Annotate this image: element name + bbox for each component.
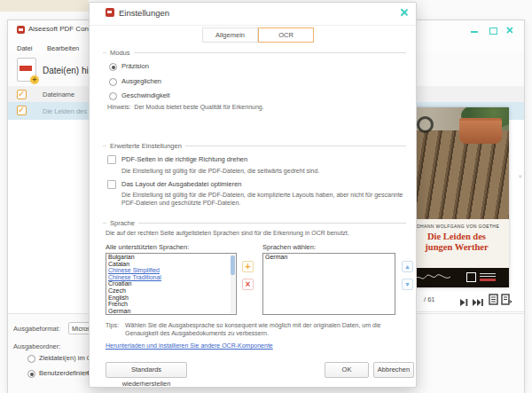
language-list-item[interactable]: Chinese Simplified	[106, 267, 236, 274]
modus-hint: Hinweis: Der Modus bietet beste Qualität…	[107, 104, 264, 112]
language-list-item[interactable]: German	[106, 308, 236, 315]
publisher-square-logo	[466, 272, 476, 282]
publisher-script-logo	[413, 271, 452, 284]
last-page-icon[interactable]	[472, 295, 483, 310]
group-advanced-label: Erweiterte Einstellungen	[106, 142, 185, 150]
listbox-scrollbar[interactable]	[231, 255, 235, 313]
cancel-button[interactable]: Abbrechen	[373, 362, 414, 378]
cover-publisher-strip	[404, 268, 509, 287]
modus-hint-text: Der Modus bietet beste Qualität für Erke…	[134, 104, 263, 110]
page-indicator: / 61	[424, 295, 435, 303]
dialog-title: Einstellungen	[119, 8, 169, 18]
language-list-item[interactable]: Catalan	[106, 261, 236, 268]
add-pdf-icon[interactable]: +	[17, 58, 36, 82]
divider	[403, 311, 526, 312]
divider	[90, 25, 416, 26]
radio-geschwindigkeit[interactable]	[109, 92, 117, 100]
language-list-item[interactable]: German	[263, 254, 395, 261]
language-desc: Die auf der rechten Seite aufgelisteten …	[106, 230, 398, 238]
language-list-item[interactable]: Bulgarian	[106, 254, 236, 261]
menu-datei[interactable]: Datei	[17, 44, 33, 52]
optimize-layout-desc: Die Einstellung ist gültig für die PDF-D…	[121, 192, 411, 207]
cover-text-band: JOHANN WOLFGANG VON GOETHE Die Leiden de…	[404, 219, 509, 268]
language-list-item[interactable]: Czech	[106, 287, 236, 295]
language-list-item[interactable]: Chinese Traditional	[106, 274, 236, 281]
output-format-label: Ausgabeformat:	[13, 325, 60, 333]
publisher-logo-text	[480, 273, 496, 281]
screen: Aiseesoft PDF Con Datei Bearbeiten + Dat…	[0, 0, 532, 393]
close-window-button[interactable]	[506, 27, 513, 34]
checkbox-rotate-pages[interactable]	[107, 155, 116, 164]
dialog-app-icon	[106, 8, 114, 17]
group-language-label: Sprache	[106, 219, 138, 227]
cover-title-line2: jungen Werther	[404, 242, 509, 253]
checkbox-rotate-pages-label[interactable]: PDF-Seiten in die richtige Richtung dreh…	[121, 155, 247, 163]
minimize-button[interactable]	[471, 31, 478, 33]
plus-badge-icon: +	[30, 75, 39, 84]
column-dateiname[interactable]: Dateiname	[43, 90, 74, 98]
restore-defaults-button[interactable]: Standards wiederherstellen	[106, 362, 187, 378]
row-checkbox[interactable]	[17, 106, 27, 115]
ok-button[interactable]: OK	[325, 362, 369, 378]
settings-dialog: Einstellungen Allgemein OCR Modus Präzis…	[89, 2, 417, 388]
tips-label: Tips:	[106, 322, 119, 330]
radio-praezision[interactable]	[109, 63, 117, 71]
maximize-button[interactable]	[489, 28, 497, 35]
convert-list-icon[interactable]	[489, 293, 498, 309]
remove-language-button[interactable]: ×	[242, 279, 254, 290]
add-files-button[interactable]: Datei(en) hin	[43, 66, 93, 75]
add-language-button[interactable]: +	[242, 261, 254, 272]
listbox-scrollbar-thumb[interactable]	[231, 255, 235, 275]
cover-photo	[404, 107, 509, 219]
pdf-preview-cover: JOHANN WOLFGANG VON GOETHE Die Leiden de…	[404, 107, 509, 287]
radio-custom-folder-label[interactable]: Benutzerdefiniert:	[39, 369, 91, 377]
all-languages-listbox[interactable]: BulgarianCatalanChinese SimplifiedChines…	[106, 253, 237, 315]
cover-photo-bench-scroll	[417, 116, 434, 133]
language-list-item[interactable]: French	[106, 301, 236, 308]
group-modus-label: Modus	[106, 49, 134, 57]
cover-photo-pot	[459, 118, 502, 144]
radio-ausgeglichen[interactable]	[109, 78, 117, 86]
cover-title-line1: Die Leiden des	[404, 232, 509, 242]
tab-ocr[interactable]: OCR	[258, 28, 314, 43]
move-down-button[interactable]: ▼	[402, 279, 413, 290]
tips-text: Wählen Sie die Ausgabesprache so konsequ…	[125, 322, 407, 337]
checkbox-optimize-layout[interactable]	[107, 180, 116, 189]
export-doc-icon[interactable]	[501, 293, 512, 309]
radio-praezision-label[interactable]: Präzision	[121, 62, 149, 70]
pdf-badge	[20, 66, 32, 71]
dialog-close-icon[interactable]	[400, 8, 408, 16]
group-advanced: Erweiterte Einstellungen	[103, 145, 406, 146]
all-languages-label: Alle unterstützten Sprachen:	[106, 243, 189, 251]
group-language: Sprache	[103, 223, 406, 224]
menu-bearbeiten[interactable]: Bearbeiten	[47, 44, 79, 52]
modus-hint-label: Hinweis:	[107, 104, 130, 110]
output-folder-label: Ausgabeordner:	[13, 342, 60, 350]
window-title: Aiseesoft PDF Con	[28, 25, 89, 33]
chosen-languages-listbox[interactable]: German	[262, 253, 395, 315]
language-list-item[interactable]: Croatian	[106, 280, 236, 287]
language-list-item[interactable]: English	[106, 295, 236, 302]
select-all-checkbox[interactable]	[17, 90, 27, 99]
background-strip	[0, 0, 89, 12]
next-page-icon[interactable]	[459, 295, 468, 310]
cover-author: JOHANN WOLFGANG VON GOETHE	[404, 224, 509, 229]
radio-source-folder[interactable]	[27, 355, 35, 363]
radio-geschwindigkeit-label[interactable]: Geschwindigkeit	[121, 91, 170, 99]
rotate-pages-desc: Die Einstellung ist gültig für die PDF-D…	[121, 168, 405, 176]
app-logo-icon	[17, 26, 25, 34]
group-modus: Modus	[103, 52, 406, 53]
move-up-button[interactable]: ▲	[402, 261, 413, 272]
spinner-decoration: ✳	[518, 173, 522, 179]
download-ocr-link[interactable]: Herunterladen und installieren Sie ander…	[106, 342, 273, 349]
tab-allgemein[interactable]: Allgemein	[202, 28, 258, 43]
radio-custom-folder[interactable]	[27, 370, 35, 378]
checkbox-optimize-layout-label[interactable]: Das Layout der Ausgabedatei optimieren	[121, 180, 242, 188]
chosen-languages-label: Sprachen wählen:	[262, 243, 316, 251]
radio-ausgeglichen-label[interactable]: Ausgeglichen	[121, 77, 161, 85]
